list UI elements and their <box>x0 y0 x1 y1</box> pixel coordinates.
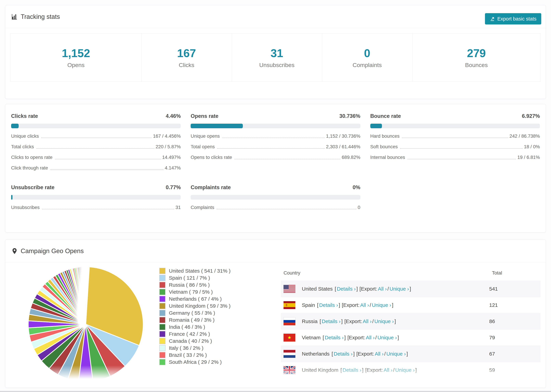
country-name: Russia <box>302 318 318 324</box>
detail-value: 2,303 / 61.446% <box>326 144 360 149</box>
detail-label: Complaints <box>191 205 214 210</box>
details-link[interactable]: Details › <box>334 351 353 357</box>
export-unique-link[interactable]: Unique › <box>380 384 399 388</box>
rate-detail-row: Unique clicks 167 / 4.456% <box>11 133 181 139</box>
legend-color-swatch <box>159 324 165 330</box>
legend-item: United States ( 541 / 31% ) <box>159 267 269 274</box>
legend-color-swatch <box>159 303 165 309</box>
export-all-link[interactable]: All › <box>366 335 375 341</box>
unsubscribe-rate-progressbar <box>11 195 181 200</box>
chevron-right-icon: › <box>373 335 374 340</box>
stats-strip: 1,152 Opens 167 Clicks 31 Unsubscribes 0… <box>10 33 541 82</box>
legend-label: Spain ( 121 / 7% ) <box>169 275 210 281</box>
geo-table-row: Germany [Details ›] [Export:All ›/Unique… <box>281 378 541 388</box>
column-header-total: Total <box>489 265 541 281</box>
detail-value: 242 / 86.738% <box>509 133 540 139</box>
legend-item: Romania ( 49 / 3% ) <box>159 316 269 323</box>
export-unique-link[interactable]: Unique › <box>372 302 391 308</box>
detail-label: Unique clicks <box>11 133 39 139</box>
country-total: 121 <box>489 297 541 313</box>
country-name: Germany <box>302 384 323 388</box>
details-link[interactable]: Details › <box>327 384 346 388</box>
geo-opens-card: Campaign Geo Opens United States ( 541 /… <box>5 239 546 388</box>
export-all-link[interactable]: All › <box>375 351 384 357</box>
rate-value: 30.736% <box>339 113 360 119</box>
legend-item: Germany ( 55 / 3% ) <box>159 309 269 316</box>
export-all-link[interactable]: All › <box>378 286 387 292</box>
export-unique-link[interactable]: Unique › <box>374 318 394 324</box>
export-all-link[interactable]: All › <box>368 384 377 388</box>
rate-detail-row: Total opens 2,303 / 61.446% <box>191 144 360 149</box>
stat-box: 1,152 Opens <box>11 34 141 81</box>
country-flag-icon <box>283 382 295 388</box>
stat-value: 0 <box>364 47 370 60</box>
export-all-link[interactable]: All › <box>360 302 369 308</box>
legend-label: France ( 42 / 2% ) <box>169 331 210 337</box>
stat-box: 167 Clicks <box>141 34 232 81</box>
bounce-rate-section: Bounce rate 6.927% Hard bounces 242 / 86… <box>370 113 540 171</box>
complaints-rate-section: Complaints rate 0% Complaints 0 <box>191 184 360 210</box>
legend-color-swatch <box>159 289 165 295</box>
country-name: Netherlands <box>302 351 330 357</box>
legend-color-swatch <box>159 268 165 274</box>
details-link[interactable]: Details › <box>322 318 340 324</box>
detail-value: 31 <box>176 205 181 210</box>
rate-title: Bounce rate <box>370 113 401 119</box>
chevron-right-icon: › <box>404 351 406 357</box>
export-unique-link[interactable]: Unique › <box>389 286 409 292</box>
country-total: 59 <box>489 362 541 378</box>
detail-label: Total opens <box>191 144 215 149</box>
rates-card: Clicks rate 4.46% Unique clicks 167 / 4.… <box>5 104 546 233</box>
rate-detail-row: Clicks to opens rate 14.497% <box>11 155 181 160</box>
country-name: Vietnam <box>302 335 321 341</box>
details-link[interactable]: Details › <box>337 286 356 292</box>
country-total: 55 <box>489 378 541 388</box>
export-all-link[interactable]: All › <box>363 318 372 324</box>
legend-item: Vietnam ( 79 / 5% ) <box>159 288 269 295</box>
legend-color-swatch <box>159 275 165 281</box>
export-basic-stats-button[interactable]: Export basic stats <box>485 13 541 24</box>
legend-color-swatch <box>159 296 165 302</box>
detail-value: 167 / 4.456% <box>153 133 181 139</box>
rate-value: 0% <box>353 184 360 190</box>
rate-detail-row: Opens to clicks rate 689.82% <box>191 155 360 160</box>
legend-label: Vietnam ( 79 / 5% ) <box>169 289 213 295</box>
export-unique-link[interactable]: Unique › <box>377 335 397 341</box>
detail-label: Soft bounces <box>370 144 398 149</box>
legend-item: South Africa ( 29 / 2% ) <box>159 358 269 365</box>
export-icon <box>490 16 495 21</box>
country-flag-icon <box>283 285 295 293</box>
unsubscribe-rate-section: Unsubscribe rate 0.77% Unsubscribes 31 <box>11 184 181 210</box>
export-unique-link[interactable]: Unique › <box>395 367 415 373</box>
rate-title: Clicks rate <box>11 113 38 119</box>
detail-value: 14.497% <box>162 155 181 160</box>
legend-item: Spain ( 121 / 7% ) <box>159 274 269 281</box>
details-link[interactable]: Details › <box>343 367 361 373</box>
export-unique-link[interactable]: Unique › <box>386 351 406 357</box>
chevron-right-icon: › <box>375 384 377 388</box>
chevron-right-icon: › <box>382 351 384 357</box>
stat-label: Unsubscribes <box>259 62 295 68</box>
legend-color-swatch <box>159 352 165 358</box>
legend-label: United States ( 541 / 31% ) <box>169 268 231 274</box>
chevron-right-icon: › <box>367 302 369 308</box>
opens-rate-progressbar <box>191 124 360 128</box>
detail-value: 18 / 0% <box>524 144 540 149</box>
geo-table-row: Netherlands [Details ›] [Export:All ›/Un… <box>281 346 541 362</box>
legend-label: Netherlands ( 67 / 4% ) <box>169 296 222 302</box>
legend-label: Brazil ( 33 / 2% ) <box>169 352 207 358</box>
stat-value: 1,152 <box>62 47 90 60</box>
rate-value: 0.77% <box>166 184 181 190</box>
stat-label: Clicks <box>179 62 194 68</box>
details-link[interactable]: Details › <box>325 335 344 341</box>
legend-label: United Kingdom ( 59 / 3% ) <box>169 303 231 309</box>
country-total: 67 <box>489 346 541 362</box>
legend-color-swatch <box>159 331 165 337</box>
country-flag-icon <box>283 334 295 342</box>
rate-detail-row: Total clicks 220 / 5.87% <box>11 144 181 149</box>
details-link[interactable]: Details › <box>319 302 338 308</box>
detail-label: Hard bounces <box>370 133 400 139</box>
detail-value: 220 / 5.87% <box>156 144 181 149</box>
export-all-link[interactable]: All › <box>384 367 393 373</box>
clicks-rate-section: Clicks rate 4.46% Unique clicks 167 / 4.… <box>11 113 181 171</box>
